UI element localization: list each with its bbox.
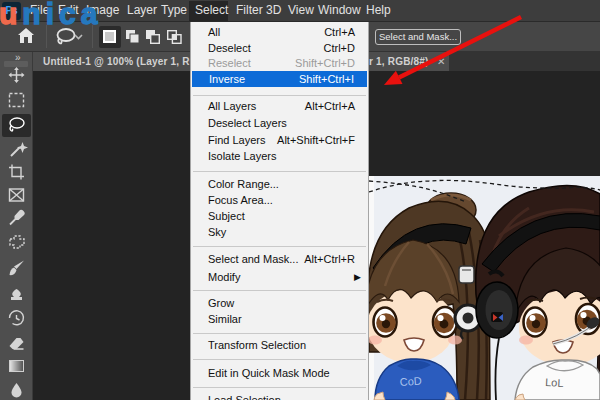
svg-text:LoL: LoL (545, 376, 564, 389)
svg-text:CoD: CoD (399, 374, 422, 388)
